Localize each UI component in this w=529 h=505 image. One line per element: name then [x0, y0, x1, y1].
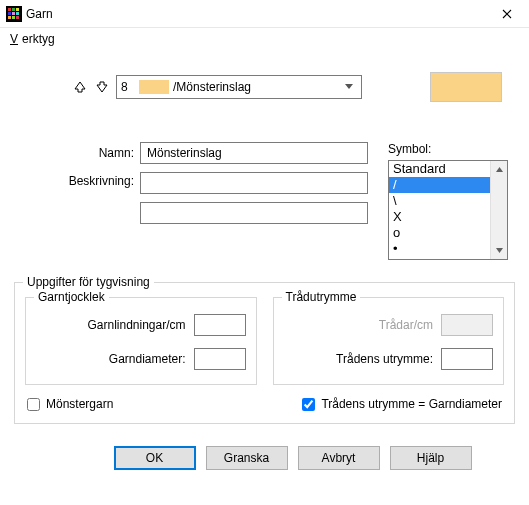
svg-rect-7 — [8, 16, 11, 19]
arrow-down-icon — [95, 80, 109, 94]
wraps-label: Garnlindningar/cm — [87, 318, 185, 332]
chevron-down-icon — [496, 248, 503, 253]
svg-rect-9 — [16, 16, 19, 19]
symbol-item[interactable]: X — [389, 209, 490, 225]
description-field-2[interactable] — [140, 202, 368, 224]
svg-rect-4 — [8, 12, 11, 15]
svg-rect-6 — [16, 12, 19, 15]
equal-input[interactable] — [302, 398, 315, 411]
thickness-fieldset: Garntjocklek Garnlindningar/cm Garndiame… — [25, 297, 257, 385]
name-label: Namn: — [99, 146, 134, 160]
equal-label: Trådens utrymme = Garndiameter — [321, 397, 502, 411]
svg-rect-2 — [12, 8, 15, 11]
pattern-yarn-checkbox[interactable]: Mönstergarn — [27, 397, 113, 411]
svg-rect-1 — [8, 8, 11, 11]
yarn-number: 8 — [121, 80, 135, 94]
menu-tools[interactable]: Verktyg — [6, 30, 63, 48]
threads-label: Trådar/cm — [379, 318, 433, 332]
symbol-item[interactable]: \ — [389, 193, 490, 209]
window-title: Garn — [26, 7, 487, 21]
symbol-listbox[interactable]: Standard/\Xo• — [388, 160, 508, 260]
scroll-up-button[interactable] — [491, 161, 508, 178]
arrow-up-icon — [73, 80, 87, 94]
display-legend: Uppgifter för tygvisning — [23, 275, 154, 289]
name-field[interactable] — [140, 142, 368, 164]
symbol-item[interactable]: • — [389, 241, 490, 257]
color-preview[interactable] — [430, 72, 502, 102]
scroll-down-button[interactable] — [491, 242, 508, 259]
help-button[interactable]: Hjälp — [390, 446, 472, 470]
close-icon — [502, 9, 512, 19]
symbol-item[interactable]: Standard — [389, 161, 490, 177]
symbol-item[interactable]: / — [389, 177, 490, 193]
menu-tools-rest: erktyg — [18, 30, 59, 48]
pattern-yarn-input[interactable] — [27, 398, 40, 411]
svg-rect-3 — [16, 8, 19, 11]
space-legend: Trådutrymme — [282, 290, 361, 304]
equal-checkbox[interactable]: Trådens utrymme = Garndiameter — [302, 397, 502, 411]
display-fieldset: Uppgifter för tygvisning Garntjocklek Ga… — [14, 282, 515, 424]
pattern-yarn-label: Mönstergarn — [46, 397, 113, 411]
next-yarn-button[interactable] — [94, 79, 110, 95]
symbol-label: Symbol: — [388, 142, 515, 156]
yarn-label: /Mönsterinslag — [173, 80, 341, 94]
symbol-item[interactable]: o — [389, 225, 490, 241]
diameter-label: Garndiameter: — [109, 352, 186, 366]
diameter-field[interactable] — [194, 348, 246, 370]
svg-rect-5 — [12, 12, 15, 15]
app-icon — [6, 6, 22, 22]
yarn-swatch — [139, 80, 169, 94]
svg-rect-8 — [12, 16, 15, 19]
description-label: Beskrivning: — [69, 174, 134, 188]
scrollbar[interactable] — [490, 161, 507, 259]
threadspace-field[interactable] — [441, 348, 493, 370]
chevron-up-icon — [496, 167, 503, 172]
thickness-legend: Garntjocklek — [34, 290, 109, 304]
chevron-down-icon — [341, 84, 357, 90]
cancel-button[interactable]: Avbryt — [298, 446, 380, 470]
titlebar: Garn — [0, 0, 529, 28]
wraps-field[interactable] — [194, 314, 246, 336]
threadspace-label: Trådens utrymme: — [336, 352, 433, 366]
ok-button[interactable]: OK — [114, 446, 196, 470]
prev-yarn-button[interactable] — [72, 79, 88, 95]
threads-field — [441, 314, 493, 336]
yarn-dropdown[interactable]: 8 /Mönsterinslag — [116, 75, 362, 99]
preview-button[interactable]: Granska — [206, 446, 288, 470]
space-fieldset: Trådutrymme Trådar/cm Trådens utrymme: — [273, 297, 505, 385]
menubar: Verktyg — [0, 28, 529, 50]
close-button[interactable] — [487, 2, 527, 26]
description-field-1[interactable] — [140, 172, 368, 194]
